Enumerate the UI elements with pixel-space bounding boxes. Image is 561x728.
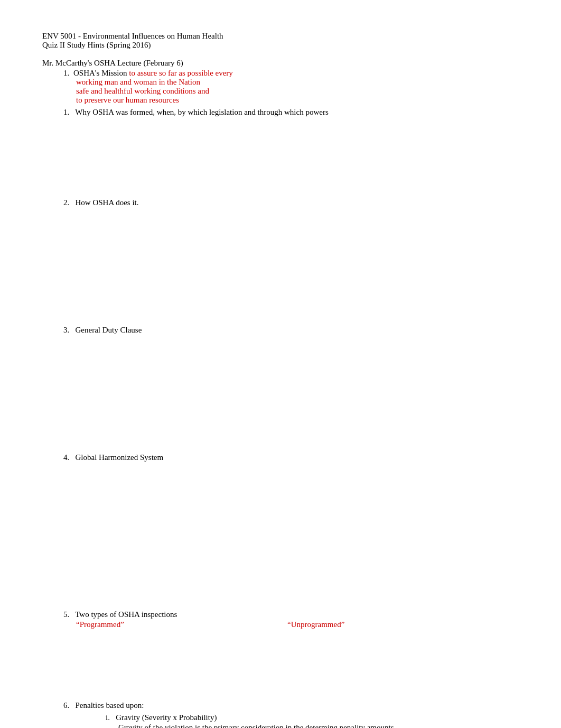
item4-block: 4. Global Harmonized System bbox=[63, 453, 519, 462]
page-header: ENV 5001 - Environmental Influences on H… bbox=[42, 32, 519, 50]
item1-label: OSHA's Mission bbox=[73, 69, 129, 77]
item1-block: 1. OSHA's Mission to assure so far as po… bbox=[63, 69, 519, 117]
item5-text: Two types of OSHA inspections bbox=[75, 610, 177, 619]
item2-num: 2. bbox=[63, 198, 76, 207]
item5-num: 5. bbox=[63, 610, 75, 619]
item4-num: 4. bbox=[63, 453, 76, 462]
item6-sub-i-detail: Gravity of the violation is the primary … bbox=[118, 723, 519, 728]
item6-sub-i-title: Gravity (Severity x Probability) bbox=[116, 713, 217, 722]
item1-sub-text: Why OSHA was formed, when, by which legi… bbox=[75, 108, 329, 116]
lecture-label: Mr. McCarthy's OSHA Lecture (February 6) bbox=[42, 59, 519, 68]
item6-num: 6. bbox=[63, 701, 76, 709]
mission-red-line1: to assure so far as possible every bbox=[129, 69, 233, 77]
item1-sub-q: 1. Why OSHA was formed, when, by which l… bbox=[63, 108, 519, 117]
item5-block: 5. Two types of OSHA inspections “Progra… bbox=[63, 610, 519, 629]
item3-text: General Duty Clause bbox=[76, 326, 142, 334]
mission-red-line4: to preserve our human resources bbox=[76, 96, 519, 105]
item6-sub-i-label: i. bbox=[106, 713, 116, 722]
item6-block: 6. Penalties based upon: i. Gravity (Sev… bbox=[63, 701, 519, 728]
header-line2: Quiz II Study Hints (Spring 2016) bbox=[42, 41, 519, 50]
header-line1: ENV 5001 - Environmental Influences on H… bbox=[42, 32, 519, 41]
item4-text: Global Harmonized System bbox=[76, 453, 164, 462]
item6-sub-i-title-line: i. Gravity (Severity x Probability) bbox=[106, 713, 519, 722]
item5-main-line: 5. Two types of OSHA inspections bbox=[63, 610, 519, 619]
item3-block: 3. General Duty Clause bbox=[63, 326, 519, 335]
mission-red-line2: working man and woman in the Nation bbox=[76, 78, 519, 87]
item1-sub-num: 1. bbox=[63, 108, 75, 116]
item5-type2: “Unprogrammed” bbox=[287, 620, 344, 629]
item5-type1: “Programmed” bbox=[76, 620, 287, 629]
mission-red-line3: safe and healthful working conditions an… bbox=[76, 87, 519, 96]
item2-text: How OSHA does it. bbox=[76, 198, 139, 207]
item2-block: 2. How OSHA does it. bbox=[63, 198, 519, 207]
item6-sub-i: i. Gravity (Severity x Probability) Grav… bbox=[106, 713, 519, 728]
item1-mission-line: 1. OSHA's Mission to assure so far as po… bbox=[63, 69, 519, 78]
item6-text: Penalties based upon: bbox=[76, 701, 144, 709]
item3-num: 3. bbox=[63, 326, 76, 334]
item6-main-line: 6. Penalties based upon: bbox=[63, 701, 519, 710]
item5-types-row: “Programmed” “Unprogrammed” bbox=[76, 620, 519, 629]
item1-num: 1. bbox=[63, 69, 69, 77]
